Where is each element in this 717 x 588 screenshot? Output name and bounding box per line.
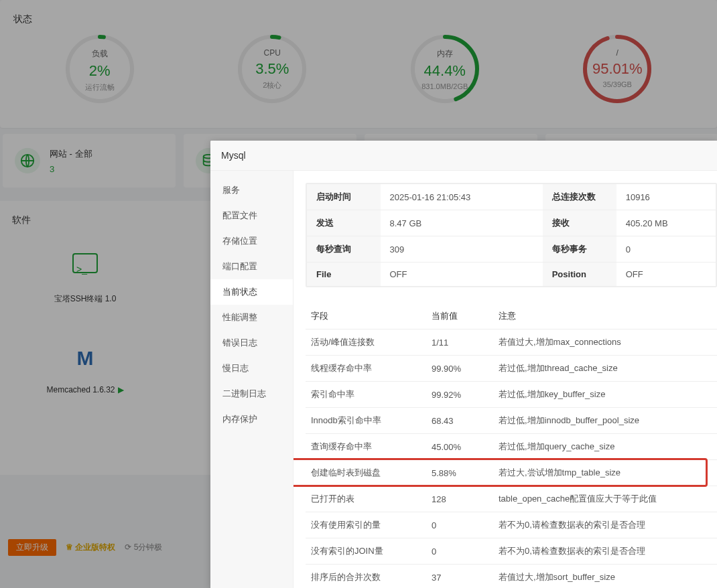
info-key: 发送 (307, 210, 381, 236)
perf-value: 0 (426, 512, 493, 538)
perf-note: 若过大,尝试增加tmp_table_size (493, 460, 717, 486)
sidebar-item-0[interactable]: 服务 (210, 177, 293, 203)
perf-field: 已打开的表 (306, 486, 426, 512)
perf-note: 若过低,增加thread_cache_size (493, 356, 717, 382)
perf-value: 99.92% (426, 382, 493, 408)
perf-value: 37 (426, 565, 493, 589)
sidebar-item-4[interactable]: 当前状态 (210, 279, 293, 305)
perf-row: 线程缓存命中率 99.90% 若过低,增加thread_cache_size (306, 356, 717, 382)
perf-h-note: 注意 (493, 303, 717, 329)
perf-field: 排序后的合并次数 (306, 565, 426, 589)
sidebar-item-9[interactable]: 内存保护 (210, 407, 293, 432)
perf-row: 排序后的合并次数 37 若值过大,增加sort_buffer_size (306, 565, 717, 589)
perf-field: 活动/峰值连接数 (306, 329, 426, 356)
perf-value: 0 (426, 538, 493, 565)
perf-value: 5.88% (426, 460, 493, 486)
perf-h-field: 字段 (306, 303, 426, 329)
sidebar-item-7[interactable]: 慢日志 (210, 356, 293, 381)
sidebar-item-8[interactable]: 二进制日志 (210, 381, 293, 407)
perf-value: 1/11 (426, 329, 493, 356)
perf-field: 线程缓存命中率 (306, 356, 426, 382)
info-row: 启动时间 2025-01-16 21:05:43 总连接次数 10916 (307, 184, 716, 210)
sidebar-item-5[interactable]: 性能调整 (210, 305, 293, 330)
perf-h-value: 当前值 (426, 303, 493, 329)
perf-note: 若值过大,增加sort_buffer_size (493, 565, 717, 589)
info-row: 发送 8.47 GB 接收 405.20 MB (307, 210, 716, 236)
sidebar-item-2[interactable]: 存储位置 (210, 228, 293, 254)
perf-row: 已打开的表 128 table_open_cache配置值应大于等于此值 (306, 486, 717, 512)
info-key: File (307, 263, 381, 287)
perf-field: 没有索引的JOIN量 (306, 538, 426, 565)
perf-field: Innodb索引命中率 (306, 408, 426, 434)
perf-note: table_open_cache配置值应大于等于此值 (493, 486, 717, 512)
modal-content: 启动时间 2025-01-16 21:05:43 总连接次数 10916发送 8… (294, 171, 717, 588)
info-val: 309 (381, 236, 543, 263)
info-key: 接收 (543, 210, 616, 236)
info-val: 2025-01-16 21:05:43 (381, 184, 543, 210)
perf-value: 68.43 (426, 408, 493, 434)
info-val: 0 (616, 236, 716, 263)
perf-note: 若不为0,请检查数据表的索引是否合理 (493, 538, 717, 565)
sidebar-item-1[interactable]: 配置文件 (210, 203, 293, 228)
info-key: 总连接次数 (543, 184, 616, 210)
perf-row: 创建临时表到磁盘 5.88% 若过大,尝试增加tmp_table_size (306, 460, 717, 486)
info-val: OFF (616, 263, 716, 287)
perf-row: 活动/峰值连接数 1/11 若值过大,增加max_connections (306, 329, 717, 356)
sidebar-item-3[interactable]: 端口配置 (210, 254, 293, 279)
perf-table: 字段 当前值 注意活动/峰值连接数 1/11 若值过大,增加max_connec… (306, 303, 717, 588)
perf-row: 没有使用索引的量 0 若不为0,请检查数据表的索引是否合理 (306, 512, 717, 538)
perf-value: 99.90% (426, 356, 493, 382)
info-key: Position (543, 263, 616, 287)
perf-note: 若过低,增加innodb_buffer_pool_size (493, 408, 717, 434)
perf-row: 索引命中率 99.92% 若过低,增加key_buffer_size (306, 382, 717, 408)
info-key: 每秒事务 (543, 236, 616, 263)
info-val: 10916 (616, 184, 716, 210)
info-row: 每秒查询 309 每秒事务 0 (307, 236, 716, 263)
perf-row: 没有索引的JOIN量 0 若不为0,请检查数据表的索引是否合理 (306, 538, 717, 565)
info-val: 8.47 GB (381, 210, 543, 236)
perf-row: 查询缓存命中率 45.00% 若过低,增加query_cache_size (306, 434, 717, 460)
info-key: 启动时间 (307, 184, 381, 210)
perf-field: 查询缓存命中率 (306, 434, 426, 460)
perf-note: 若不为0,请检查数据表的索引是否合理 (493, 512, 717, 538)
info-table: 启动时间 2025-01-16 21:05:43 总连接次数 10916发送 8… (306, 183, 716, 287)
modal-sidebar: 服务配置文件存储位置端口配置当前状态性能调整错误日志慢日志二进制日志内存保护 (210, 171, 294, 588)
perf-field: 创建临时表到磁盘 (306, 460, 426, 486)
sidebar-item-6[interactable]: 错误日志 (210, 330, 293, 356)
info-row: File OFF Position OFF (307, 263, 716, 287)
perf-note: 若过低,增加query_cache_size (493, 434, 717, 460)
perf-row: Innodb索引命中率 68.43 若过低,增加innodb_buffer_po… (306, 408, 717, 434)
modal-title: Mysql (210, 141, 717, 171)
perf-note: 若过低,增加key_buffer_size (493, 382, 717, 408)
perf-value: 45.00% (426, 434, 493, 460)
perf-value: 128 (426, 486, 493, 512)
info-val: 405.20 MB (616, 210, 716, 236)
info-val: OFF (381, 263, 543, 287)
info-key: 每秒查询 (307, 236, 381, 263)
perf-field: 索引命中率 (306, 382, 426, 408)
mysql-modal: Mysql 服务配置文件存储位置端口配置当前状态性能调整错误日志慢日志二进制日志… (210, 141, 717, 588)
perf-table-wrap: 字段 当前值 注意活动/峰值连接数 1/11 若值过大,增加max_connec… (306, 303, 717, 588)
perf-field: 没有使用索引的量 (306, 512, 426, 538)
info-table-wrap: 启动时间 2025-01-16 21:05:43 总连接次数 10916发送 8… (306, 183, 717, 287)
perf-note: 若值过大,增加max_connections (493, 329, 717, 356)
